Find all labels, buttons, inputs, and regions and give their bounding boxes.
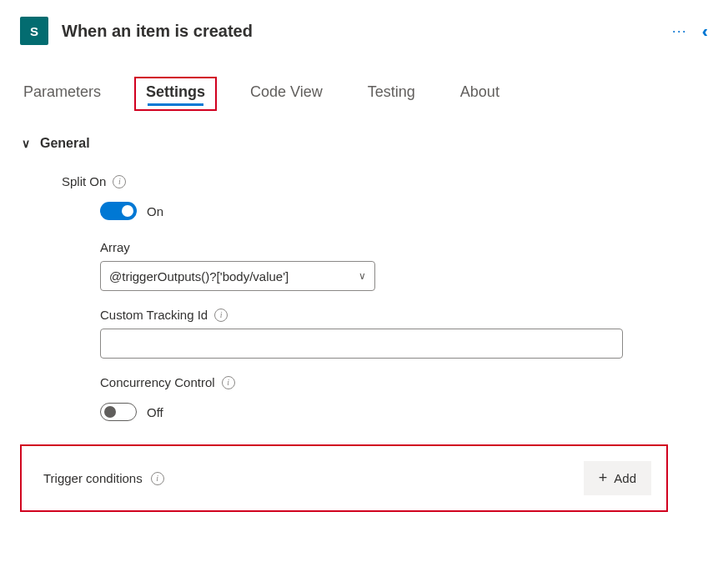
card-header: S When an item is created ··· ‹‹ — [0, 0, 728, 53]
tab-about[interactable]: About — [449, 77, 511, 111]
trigger-conditions-label-row: Trigger conditions i — [43, 471, 164, 485]
concurrency-label: Concurrency Control — [100, 375, 215, 389]
tab-testing[interactable]: Testing — [356, 77, 427, 111]
concurrency-toggle-row: Off — [62, 396, 708, 433]
split-on-toggle[interactable] — [100, 202, 137, 220]
settings-section: ∨ General Split On i On Array @triggerOu… — [0, 111, 728, 512]
trigger-conditions-row: Trigger conditions i + Add — [20, 444, 668, 512]
concurrency-label-row: Concurrency Control i — [62, 367, 708, 396]
icon-letter: S — [30, 24, 38, 38]
trigger-conditions-label: Trigger conditions — [43, 471, 143, 485]
array-select[interactable]: @triggerOutputs()?['body/value'] ∨ — [100, 261, 375, 291]
tab-settings[interactable]: Settings — [134, 77, 217, 111]
info-icon[interactable]: i — [151, 472, 164, 485]
array-label-row: Array — [62, 232, 708, 261]
tab-code-view[interactable]: Code View — [238, 77, 334, 111]
split-on-toggle-row: On — [62, 195, 708, 232]
array-value: @triggerOutputs()?['body/value'] — [109, 269, 289, 283]
split-on-label: Split On — [62, 174, 106, 188]
sharepoint-icon: S — [20, 17, 48, 45]
custom-tracking-label: Custom Tracking Id — [100, 308, 208, 322]
split-on-state: On — [147, 204, 163, 218]
info-icon[interactable]: i — [214, 309, 228, 322]
info-icon[interactable]: i — [222, 376, 235, 389]
concurrency-state: Off — [147, 405, 163, 419]
info-icon[interactable]: i — [113, 175, 126, 188]
add-button-label: Add — [614, 471, 636, 485]
general-title: General — [40, 136, 90, 151]
split-on-group: Split On i On Array @triggerOutputs()?['… — [20, 161, 708, 438]
chevron-down-icon: ∨ — [359, 270, 366, 282]
card-title: When an item is created — [62, 22, 672, 41]
more-icon[interactable]: ··· — [672, 23, 687, 38]
split-on-label-row: Split On i — [62, 166, 708, 195]
custom-tracking-label-row: Custom Tracking Id i — [62, 299, 708, 329]
tab-parameters[interactable]: Parameters — [12, 77, 113, 111]
custom-tracking-input[interactable] — [100, 329, 623, 359]
collapse-icon[interactable]: ‹‹ — [702, 22, 708, 41]
tab-bar: Parameters Settings Code View Testing Ab… — [0, 53, 728, 111]
general-section-header[interactable]: ∨ General — [20, 126, 708, 161]
header-actions: ··· ‹‹ — [672, 22, 708, 41]
concurrency-toggle[interactable] — [100, 403, 137, 421]
plus-icon: + — [599, 469, 608, 487]
chevron-down-icon: ∨ — [22, 137, 33, 150]
add-trigger-condition-button[interactable]: + Add — [584, 461, 651, 495]
array-label: Array — [100, 240, 130, 254]
